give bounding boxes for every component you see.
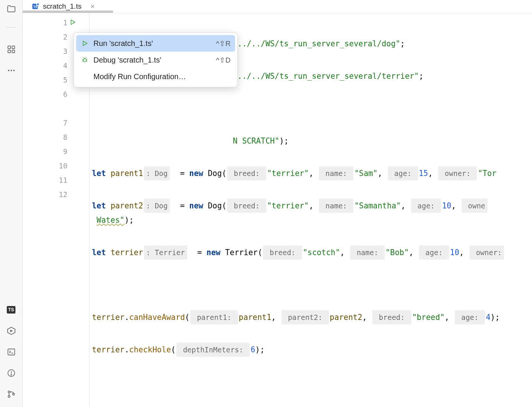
line-number: 11	[23, 176, 89, 190]
svg-point-5	[11, 70, 12, 71]
tab-filename: scratch_1.ts	[43, 2, 81, 11]
line-number: 10	[23, 162, 89, 176]
svg-line-26	[86, 61, 87, 62]
svg-rect-3	[12, 50, 15, 53]
services-icon[interactable]	[6, 326, 17, 336]
svg-marker-20	[83, 41, 87, 46]
typescript-file-icon: TS	[32, 2, 40, 11]
svg-line-24	[86, 59, 87, 60]
run-context-menu: Run 'scratch_1.ts' ^⇧R Debug 'scratch_1.…	[73, 32, 238, 87]
problems-icon[interactable]	[6, 368, 17, 378]
svg-line-23	[82, 59, 83, 60]
close-tab-icon[interactable]: ×	[90, 3, 95, 11]
svg-rect-1	[12, 46, 15, 49]
editor-tab-bar: TS scratch_1.ts ×	[23, 0, 532, 13]
menu-debug-shortcut: ^⇧D	[216, 56, 231, 64]
play-icon	[81, 40, 89, 47]
menu-modify-label: Modify Run Configuration…	[93, 72, 186, 81]
svg-point-12	[11, 375, 12, 375]
svg-rect-8	[8, 349, 15, 355]
line-number: 1	[23, 18, 89, 33]
svg-point-14	[8, 396, 10, 398]
svg-point-21	[83, 59, 86, 62]
sidebar-divider	[6, 27, 16, 28]
svg-point-6	[13, 70, 15, 71]
svg-rect-0	[8, 46, 11, 49]
run-gutter-icon[interactable]	[69, 18, 76, 28]
menu-run[interactable]: Run 'scratch_1.ts' ^⇧R	[76, 35, 235, 52]
vcs-icon[interactable]	[6, 389, 17, 399]
bug-icon	[81, 56, 89, 64]
line-number: 6	[23, 90, 89, 119]
structure-icon[interactable]	[6, 44, 17, 55]
svg-rect-2	[8, 50, 11, 53]
project-icon[interactable]	[6, 4, 17, 14]
svg-line-25	[82, 61, 83, 62]
menu-run-shortcut: ^⇧R	[216, 39, 231, 48]
tab-scrollbar[interactable]	[23, 11, 113, 13]
line-number: 12	[23, 190, 89, 205]
more-icon[interactable]	[6, 65, 17, 76]
svg-point-13	[8, 391, 10, 393]
left-tool-sidebar: TS	[0, 0, 23, 407]
menu-debug-label: Debug 'scratch_1.ts'	[93, 56, 161, 64]
menu-debug[interactable]: Debug 'scratch_1.ts' ^⇧D	[76, 52, 235, 68]
line-number: 8	[23, 133, 89, 147]
line-number: 7	[23, 119, 89, 133]
svg-line-27	[83, 57, 84, 58]
typescript-badge-icon[interactable]: TS	[6, 304, 17, 315]
svg-line-28	[86, 57, 87, 58]
svg-point-4	[8, 70, 9, 71]
menu-run-label: Run 'scratch_1.ts'	[93, 39, 153, 48]
terminal-icon[interactable]	[6, 347, 17, 357]
menu-modify-config[interactable]: Modify Run Configuration…	[76, 68, 235, 85]
svg-marker-19	[71, 20, 75, 24]
line-number: 9	[23, 147, 89, 162]
